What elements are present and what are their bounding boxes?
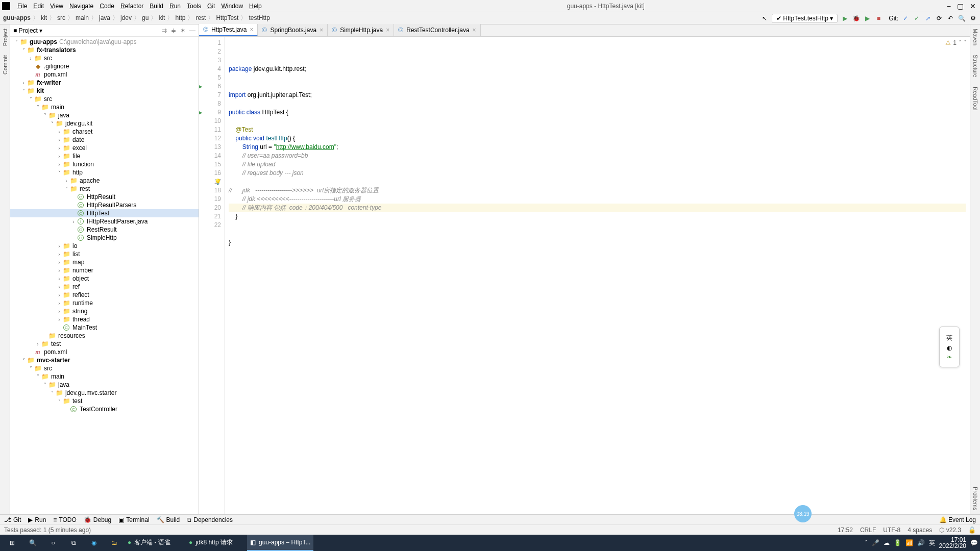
tree-node[interactable]: ›📁apache <box>10 177 199 185</box>
menu-refactor[interactable]: Refactor <box>117 3 146 10</box>
tree-node[interactable]: CMainTest <box>10 323 199 332</box>
breadcrumb-item[interactable]: main <box>76 14 89 21</box>
editor-tab[interactable]: ⒸRestTestController.java× <box>394 24 480 36</box>
taskbar-clock[interactable]: 17:01 2022/2/20 <box>939 537 966 549</box>
tree-node[interactable]: ˅📁jdev.gu.mvc.starter <box>10 389 199 397</box>
tree-node[interactable]: CSimpleHttp <box>10 234 199 242</box>
event-log-button[interactable]: 🔔 Event Log <box>939 516 976 523</box>
run-config-selector[interactable]: ✔ HttpTest.testHttp ▾ <box>772 14 838 23</box>
run-icon[interactable]: ▶ <box>841 14 849 22</box>
tree-node[interactable]: ›📁charset <box>10 128 199 136</box>
tree-node[interactable]: CRestResult <box>10 226 199 234</box>
code-line[interactable]: // file upload <box>229 160 966 169</box>
breadcrumb-item[interactable]: java <box>99 14 110 21</box>
git-push-icon[interactable]: ↗ <box>924 14 932 22</box>
tree-node[interactable]: ›📁map <box>10 258 199 266</box>
intention-bulb-icon[interactable]: 💡 <box>214 178 222 186</box>
back-icon[interactable]: ↖ <box>761 14 769 22</box>
code-line[interactable] <box>229 221 966 230</box>
menu-file[interactable]: File <box>14 3 30 10</box>
expand-all-icon[interactable]: ≑ <box>171 27 176 34</box>
tree-node[interactable]: CTestController <box>10 405 199 413</box>
tree-node[interactable]: ˅📁fx-translators <box>10 46 199 54</box>
tree-node[interactable]: ˅📁test <box>10 397 199 405</box>
tray-volume-icon[interactable]: 🔊 <box>917 539 925 546</box>
tree-node[interactable]: ˅📁main <box>10 372 199 381</box>
tool-structure[interactable]: Structure <box>972 55 978 78</box>
tree-node[interactable]: ˅📁java <box>10 111 199 119</box>
breadcrumb-item[interactable]: gu <box>142 14 149 21</box>
code-line[interactable]: public class HttpTest { <box>229 108 966 117</box>
coverage-icon[interactable]: ▶ <box>863 14 871 22</box>
breadcrumb-item[interactable]: HttpTest <box>216 14 238 21</box>
tree-node[interactable]: ›📁number <box>10 266 199 274</box>
tree-node[interactable]: ›📁file <box>10 152 199 160</box>
tree-node[interactable]: ›📁string <box>10 307 199 315</box>
code-line[interactable] <box>229 230 966 238</box>
chevron-down-icon[interactable]: ˅ <box>964 39 967 47</box>
tree-node[interactable]: ˅📁guu-appsC:\guweichao\java\guu-apps <box>10 38 199 46</box>
tree-node[interactable]: mpom.xml <box>10 348 199 356</box>
select-opened-icon[interactable]: ⇉ <box>162 27 167 34</box>
tab-close-icon[interactable]: × <box>320 27 323 34</box>
settings-icon[interactable]: ⚙ <box>969 14 977 22</box>
menu-tools[interactable]: Tools <box>184 3 204 10</box>
tab-close-icon[interactable]: × <box>250 26 253 33</box>
taskbar-app-2[interactable]: ●jdk8 http 请求 <box>186 535 247 551</box>
project-tree[interactable]: ˅📁guu-appsC:\guweichao\java\guu-apps˅📁fx… <box>10 37 199 514</box>
chevron-up-icon[interactable]: ˄ <box>959 39 962 47</box>
tree-node[interactable]: ˅📁rest <box>10 185 199 193</box>
breadcrumb-item[interactable]: testHttp <box>249 14 270 21</box>
code-area[interactable]: ⚠ 1 ˄ ˅ package jdev.gu.kit.http.rest; i… <box>225 37 970 514</box>
tree-node[interactable]: ›📁date <box>10 136 199 144</box>
breadcrumb-item[interactable]: rest <box>195 14 206 21</box>
start-button[interactable]: ⊞ <box>2 535 22 551</box>
run-gutter-icon[interactable]: ▶ <box>199 82 202 91</box>
menu-help[interactable]: Help <box>246 3 265 10</box>
code-line[interactable] <box>229 73 966 82</box>
tree-node[interactable]: ›📁reflect <box>10 291 199 299</box>
code-line[interactable]: String url = "http://www.baidu.com"; <box>229 143 966 152</box>
tab-close-icon[interactable]: × <box>386 27 389 34</box>
cortana-icon[interactable]: ○ <box>43 535 63 551</box>
tree-node[interactable]: ›📁io <box>10 242 199 250</box>
menu-window[interactable]: Window <box>218 3 246 10</box>
code-line[interactable]: import org.junit.jupiter.api.Test; <box>229 91 966 99</box>
breadcrumb-item[interactable]: http <box>175 14 185 21</box>
breadcrumb-item[interactable]: guu-apps <box>3 14 31 21</box>
git-history-icon[interactable]: ⟳ <box>935 14 943 22</box>
tool-project[interactable]: Project <box>2 29 8 46</box>
tool-git[interactable]: ⎇Git <box>4 516 21 523</box>
tool-build[interactable]: 🔨Build <box>157 516 180 523</box>
hide-icon[interactable]: — <box>189 27 195 34</box>
tool-maven[interactable]: Maven <box>972 29 978 45</box>
tree-node[interactable]: ›📁ref <box>10 283 199 291</box>
tool-terminal[interactable]: ▣Terminal <box>118 516 149 523</box>
tree-node[interactable]: ›📁src <box>10 54 199 62</box>
breadcrumb-item[interactable]: kit <box>41 14 47 21</box>
tray-mic-icon[interactable]: 🎤 <box>872 539 879 546</box>
tray-wifi-icon[interactable]: 📶 <box>905 539 913 546</box>
menu-edit[interactable]: Edit <box>30 3 47 10</box>
stop-icon[interactable]: ■ <box>874 14 883 22</box>
editor-tab[interactable]: ⒸSpringBoots.java× <box>258 24 328 36</box>
code-line[interactable]: // 响应内容 包括 code：200/404/500 content-type <box>229 204 966 212</box>
tree-node[interactable]: ›📁function <box>10 160 199 168</box>
tree-node[interactable]: ˅📁src <box>10 364 199 372</box>
project-view-selector[interactable]: ■ Project ▾ <box>13 27 42 34</box>
code-line[interactable] <box>229 82 966 91</box>
inspections-widget[interactable]: ⚠ 1 ˄ ˅ <box>945 39 967 47</box>
code-line[interactable]: } <box>229 212 966 221</box>
taskbar-app-3[interactable]: ◧guu-apps – HttpT... <box>247 535 313 551</box>
tree-node[interactable]: ›📁runtime <box>10 299 199 307</box>
tree-node[interactable]: ›📁test <box>10 340 199 348</box>
tool-debug[interactable]: 🐞Debug <box>84 516 111 523</box>
code-line[interactable]: public void testHttp() { <box>229 134 966 143</box>
tool-readtool[interactable]: ReadTool <box>972 87 978 110</box>
caret-position[interactable]: 17:52 <box>838 527 853 534</box>
tray-ime[interactable]: 英 <box>929 539 935 547</box>
menu-code[interactable]: Code <box>96 3 117 10</box>
tree-node[interactable]: 📁resources <box>10 332 199 340</box>
tree-node[interactable]: CHttpTest <box>10 209 199 217</box>
tree-node[interactable]: CHttpResultParsers <box>10 201 199 209</box>
